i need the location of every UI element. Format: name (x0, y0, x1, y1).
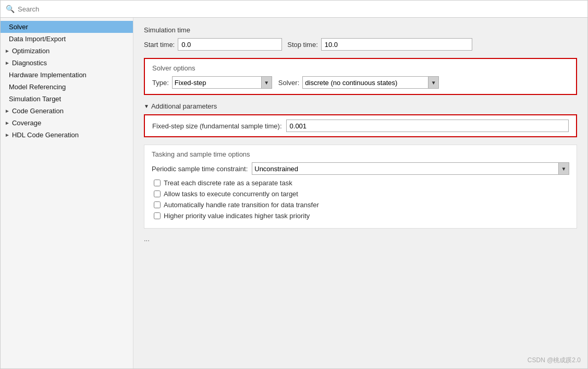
solver-options-title: Solver options (152, 64, 569, 72)
solver-label: Solver: (278, 79, 299, 87)
periodic-row: Periodic sample time constraint: Unconst… (152, 162, 569, 175)
sidebar-item-label: Solver (9, 23, 28, 31)
periodic-label: Periodic sample time constraint: (152, 165, 248, 173)
checkbox-row-1: Treat each discrete rate as a separate t… (152, 179, 569, 187)
stop-time-label: Stop time: (287, 41, 318, 49)
search-bar: 🔍 (0, 0, 588, 18)
collapse-triangle-icon: ▼ (144, 103, 149, 109)
sidebar-item-diagnostics[interactable]: ► Diagnostics (1, 57, 133, 69)
checkbox-higher-priority[interactable] (154, 212, 161, 219)
checkbox-label-4: Higher priority value indicates higher t… (164, 212, 310, 220)
arrow-icon: ► (5, 108, 10, 114)
solver-options-box: Solver options Type: Fixed-step ▼ Solver… (144, 58, 577, 95)
type-select[interactable]: Fixed-step (173, 79, 261, 87)
type-dropdown-btn[interactable]: ▼ (261, 77, 272, 88)
stop-time-group: Stop time: (287, 38, 472, 51)
search-icon: 🔍 (6, 5, 15, 13)
sidebar-item-label: Model Referencing (9, 83, 66, 91)
sidebar-item-label: Optimization (12, 47, 50, 55)
start-time-input[interactable] (178, 38, 282, 51)
sidebar-item-hardware-implementation[interactable]: Hardware Implementation (1, 69, 133, 81)
arrow-icon: ► (5, 120, 10, 126)
additional-params-label: Additional parameters (151, 102, 217, 110)
sidebar-item-model-referencing[interactable]: Model Referencing (1, 81, 133, 93)
periodic-select[interactable]: Unconstrained (252, 165, 558, 173)
type-label: Type: (152, 79, 169, 87)
sidebar-item-label: Code Generation (12, 107, 64, 115)
checkbox-label-3: Automatically handle rate transition for… (164, 201, 319, 209)
sidebar-item-label: Simulation Target (9, 95, 61, 103)
content-area: Simulation time Start time: Stop time: S… (133, 18, 587, 368)
sidebar-item-hdl-code-generation[interactable]: ► HDL Code Generation (1, 129, 133, 141)
solver-group: Solver: discrete (no continuous states) … (278, 76, 439, 89)
periodic-dropdown-wrap: Unconstrained ▼ (252, 162, 569, 175)
ellipsis: ... (144, 229, 577, 245)
sidebar-item-solver[interactable]: Solver (1, 21, 133, 33)
fixed-step-box: Fixed-step size (fundamental sample time… (144, 114, 577, 137)
arrow-icon: ► (5, 132, 10, 138)
watermark: CSDN @桃成蹊2.0 (528, 356, 581, 365)
arrow-icon: ► (5, 60, 10, 66)
start-time-group: Start time: (144, 38, 282, 51)
periodic-dropdown-btn[interactable]: ▼ (558, 163, 569, 174)
tasking-section: Tasking and sample time options Periodic… (144, 145, 577, 229)
simulation-time-title: Simulation time (144, 26, 577, 34)
solver-dropdown-btn[interactable]: ▼ (428, 77, 438, 88)
sidebar-item-simulation-target[interactable]: Simulation Target (1, 93, 133, 105)
additional-params-header[interactable]: ▼ Additional parameters (144, 102, 577, 110)
sidebar-item-coverage[interactable]: ► Coverage (1, 117, 133, 129)
sidebar-item-code-generation[interactable]: ► Code Generation (1, 105, 133, 117)
fixed-step-input[interactable] (286, 120, 569, 132)
simulation-time-row: Start time: Stop time: (144, 38, 577, 51)
main-layout: Solver Data Import/Export ► Optimization… (0, 18, 588, 369)
type-dropdown-wrap: Fixed-step ▼ (172, 76, 272, 89)
sidebar-item-optimization[interactable]: ► Optimization (1, 45, 133, 57)
sidebar: Solver Data Import/Export ► Optimization… (1, 18, 133, 368)
sidebar-item-label: Hardware Implementation (9, 71, 87, 79)
search-input[interactable] (18, 5, 582, 13)
checkbox-label-1: Treat each discrete rate as a separate t… (164, 179, 292, 187)
sidebar-item-label: Data Import/Export (9, 35, 66, 43)
sidebar-item-label: Diagnostics (12, 59, 47, 67)
solver-select[interactable]: discrete (no continuous states) (303, 79, 428, 87)
checkbox-row-4: Higher priority value indicates higher t… (152, 212, 569, 220)
solver-dropdown-wrap: discrete (no continuous states) ▼ (302, 76, 439, 89)
additional-params-section: ▼ Additional parameters Fixed-step size … (144, 102, 577, 137)
tasking-title: Tasking and sample time options (152, 150, 569, 158)
sidebar-item-label: Coverage (12, 119, 41, 127)
fixed-step-label: Fixed-step size (fundamental sample time… (152, 122, 282, 130)
sidebar-item-label: HDL Code Generation (12, 131, 79, 139)
checkbox-row-3: Automatically handle rate transition for… (152, 201, 569, 209)
checkbox-row-2: Allow tasks to execute concurrently on t… (152, 190, 569, 198)
start-time-label: Start time: (144, 41, 175, 49)
arrow-icon: ► (5, 48, 10, 54)
checkbox-concurrent[interactable] (154, 191, 161, 197)
checkbox-rate-transition[interactable] (154, 201, 161, 208)
sidebar-item-data-import-export[interactable]: Data Import/Export (1, 33, 133, 45)
checkbox-label-2: Allow tasks to execute concurrently on t… (164, 190, 298, 198)
solver-type-row: Type: Fixed-step ▼ Solver: discrete (no … (152, 76, 569, 89)
stop-time-input[interactable] (321, 38, 472, 51)
type-group: Type: Fixed-step ▼ (152, 76, 272, 89)
checkbox-separate-task[interactable] (154, 180, 161, 186)
